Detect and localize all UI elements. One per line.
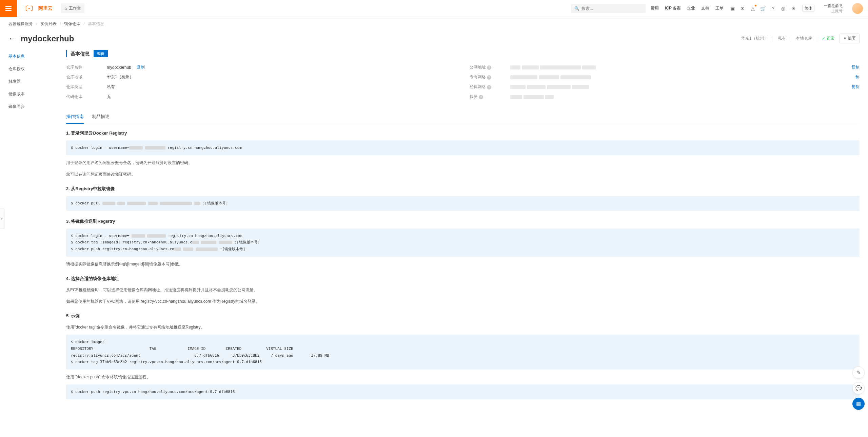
guide-section-3: 3. 将镜像推送到Registry $ docker login --usern… [66,218,860,268]
tab-guide[interactable]: 操作指南 [66,110,84,124]
label-summary: 摘要 [470,94,478,99]
feedback-button[interactable]: ✎ [852,366,865,379]
code-block-1: $ docker login --username= registry.cn-h… [66,140,860,155]
workspace-label: 工作台 [69,5,81,11]
code-block-2: $ docker pull :[镜像版本号] [66,196,860,211]
sidenav-basic-info[interactable]: 基本信息 [8,50,66,63]
meta-local-repo: 本地仓库 [796,36,812,41]
grid-icon: ▦ [856,401,861,407]
breadcrumb: 容器镜像服务 / 实例列表 / 镜像仓库 / 基本信息 [0,17,868,31]
cloudshell-icon[interactable]: ▣ [730,6,735,11]
sidenav-triggers[interactable]: 触发器 [8,75,66,88]
info-col-right: 公网地址 ? 复制 专有网络 ? 制 经典网络 ? [470,62,860,102]
page-header: ← mydockerhub 华东1（杭州） 私有 本地仓库 ✓正常 ✦ 部署 [0,31,868,50]
language-selector[interactable]: 简体 [802,5,814,12]
guide-text-3: 请根据实际镜像信息替换示例中的[ImageId]和[镜像版本号]参数。 [66,260,860,268]
message-icon[interactable]: ✉ [740,6,745,11]
info-row-region: 仓库地域 华东1（杭州） [66,72,456,82]
section-header: 基本信息 编辑 [66,50,860,57]
label-code-repo: 代码仓库 [66,94,107,100]
guide-text-4b: 如果您使用的机器位于VPC网络，请使用 registry-vpc.cn-hang… [66,297,860,305]
label-public-addr: 公网地址 [470,65,486,69]
top-links: 费用 ICP 备案 企业 支持 工单 ▣ ✉ △ 🛒 ? ◎ ☀ 简体 一直往前… [651,3,868,14]
deploy-button[interactable]: ✦ 部署 [840,34,860,43]
section-title: 基本信息 [71,51,90,57]
brand-logo[interactable]: 〔-〕 阿里云 [17,4,58,13]
main-layout: 基本信息 仓库授权 触发器 镜像版本 镜像同步 基本信息 编辑 仓库名称 myd… [0,50,868,407]
code-block-5b: $ docker push registry-vpc.cn-hangzhou.a… [66,384,860,399]
help-icon[interactable]: ? [487,65,491,70]
chat-icon: 💬 [855,385,862,391]
guide-text-4a: 从ECS推送镜像时，可以选择使用镜像仓库内网地址。推送速度将得到提升并且将不会损… [66,286,860,294]
crumb-service[interactable]: 容器镜像服务 [8,21,33,26]
info-row-code-repo: 代码仓库 无 [66,92,456,102]
hamburger-icon [5,6,12,11]
theme-icon[interactable]: ☀ [791,6,796,11]
guide-text-1b: 您可以在访问凭证页面修改凭证密码。 [66,170,860,178]
redacted-public-addr [510,65,596,69]
guide-title-4: 4. 选择合适的镜像仓库地址 [66,276,860,282]
redacted-classic-addr [510,85,589,89]
link-cost[interactable]: 费用 [651,5,659,11]
help-icon[interactable]: ? [770,6,776,11]
link-support[interactable]: 支持 [701,5,709,11]
hamburger-menu[interactable] [0,0,17,17]
grid-button[interactable]: ▦ [852,398,865,407]
region-icon[interactable]: ◎ [781,6,786,11]
copy-public-addr[interactable]: 复制 [851,64,860,70]
copy-classic-addr[interactable]: 复制 [851,84,860,90]
crumb-current: 基本信息 [88,21,104,26]
notification-icon[interactable]: △ [750,6,755,11]
user-name: 一直往前飞 [824,3,843,8]
user-block[interactable]: 一直往前飞 主账号 [824,3,843,13]
page-title: mydockerhub [21,34,741,43]
label-classic-addr: 经典网络 [470,84,486,89]
side-nav: 基本信息 仓库授权 触发器 镜像版本 镜像同步 [8,50,66,407]
label-type: 仓库类型 [66,84,107,90]
page-meta: 华东1（杭州） 私有 本地仓库 ✓正常 ✦ 部署 [741,34,860,43]
code-block-3: $ docker login --username= registry.cn-h… [66,229,860,257]
meta-visibility: 私有 [778,36,786,41]
search-input[interactable] [581,6,642,11]
link-ticket[interactable]: 工单 [715,5,724,11]
guide-text-5b: 使用 "docker push" 命令将该镜像推送至远程。 [66,373,860,381]
guide-title-5: 5. 示例 [66,313,860,319]
user-account-type: 主账号 [831,8,843,13]
crumb-repos[interactable]: 镜像仓库 [64,21,80,26]
label-region: 仓库地域 [66,74,107,80]
info-row-classic-addr: 经典网络 ? 复制 [470,82,860,92]
workspace-button[interactable]: ⌂ 工作台 [61,3,84,13]
sidenav-sync[interactable]: 镜像同步 [8,100,66,113]
redacted-vpc-addr [510,75,591,79]
crumb-instances[interactable]: 实例列表 [40,21,57,26]
link-icp[interactable]: ICP 备案 [665,5,681,11]
pencil-icon: ✎ [856,370,861,376]
help-icon[interactable]: ? [479,95,483,99]
value-region: 华东1（杭州） [107,74,134,80]
collapse-handle[interactable]: ▸ [0,208,5,229]
top-bar: 〔-〕 阿里云 ⌂ 工作台 🔍 费用 ICP 备案 企业 支持 工单 ▣ ✉ △… [0,0,868,17]
copy-repo-name[interactable]: 复制 [137,64,145,70]
link-enterprise[interactable]: 企业 [687,5,695,11]
edit-button[interactable]: 编辑 [94,50,108,57]
help-icon[interactable]: ? [487,85,491,90]
guide-section-4: 4. 选择合适的镜像仓库地址 从ECS推送镜像时，可以选择使用镜像仓库内网地址。… [66,276,860,305]
help-icon[interactable]: ? [487,75,491,80]
search-box[interactable]: 🔍 [571,4,646,13]
label-vpc-addr: 专有网络 [470,75,486,79]
cart-icon[interactable]: 🛒 [760,6,766,11]
chevron-right-icon: ▸ [1,217,3,220]
label-repo-name: 仓库名称 [66,64,107,70]
info-row-repo-name: 仓库名称 mydockerhub 复制 [66,62,456,72]
sidenav-auth[interactable]: 仓库授权 [8,63,66,75]
back-arrow-icon[interactable]: ← [8,34,16,43]
tab-readme[interactable]: 制品描述 [92,110,110,124]
avatar[interactable] [852,3,863,14]
chat-button[interactable]: 💬 [852,382,865,394]
info-row-vpc-addr: 专有网络 ? 制 [470,72,860,82]
guide-section-1: 1. 登录阿里云Docker Registry $ docker login -… [66,130,860,178]
sidenav-versions[interactable]: 镜像版本 [8,88,66,100]
guide-text-5a: 使用"docker tag"命令重命名镜像，并将它通过专有网络地址推送至Regi… [66,323,860,331]
info-row-summary: 摘要 ? [470,92,860,102]
copy-vpc-addr[interactable]: 制 [855,74,860,80]
